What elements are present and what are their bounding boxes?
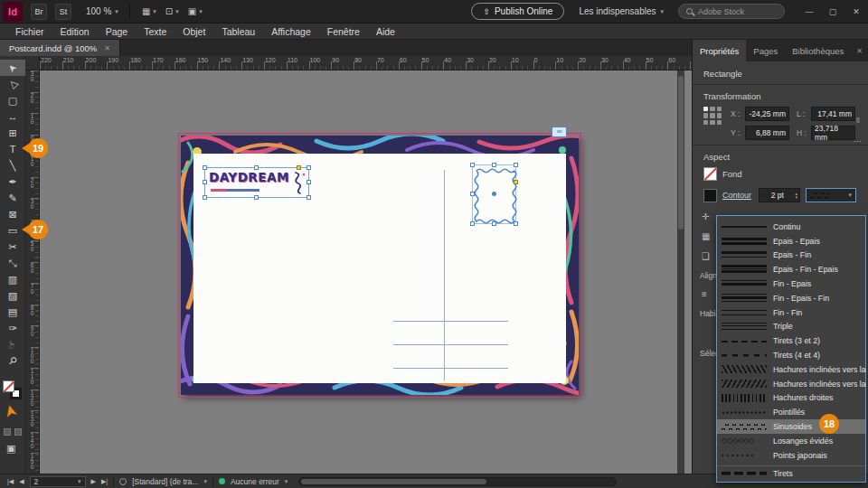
close-tab-icon[interactable]: ✕: [104, 44, 110, 52]
selection-handle[interactable]: [203, 165, 207, 170]
constrain-proportions-icon[interactable]: ∞: [854, 117, 863, 123]
error-status-label[interactable]: Aucune erreur: [231, 477, 279, 486]
address-line[interactable]: [393, 321, 508, 322]
logo-frame-selected[interactable]: DAYDREAM: [204, 167, 309, 198]
gradient-feather-tool[interactable]: ▨: [0, 287, 25, 304]
line-tool[interactable]: ╲: [0, 157, 25, 174]
stroke-style-option[interactable]: Fin - Epais: [717, 277, 865, 291]
content-collector-tool[interactable]: ⊞: [0, 125, 25, 141]
horizontal-scrollbar[interactable]: [298, 477, 617, 486]
stroke-style-option[interactable]: Epais - Fin - Epais: [717, 262, 865, 277]
page-number-select[interactable]: 2 ▾: [30, 476, 86, 487]
indesign-logo[interactable]: Id: [3, 2, 23, 22]
stroke-style-option[interactable]: Triple: [717, 320, 865, 334]
selection-handle[interactable]: [514, 221, 518, 226]
stroke-style-option[interactable]: Tirets: [717, 465, 865, 481]
scrollbar-thumb[interactable]: [678, 76, 684, 230]
stroke-style-option[interactable]: Pointillés: [717, 405, 865, 419]
link-badge-icon[interactable]: ∞: [552, 127, 567, 137]
selection-handle[interactable]: [492, 163, 496, 167]
canvas-pasteboard[interactable]: DAYDREAM: [40, 70, 684, 474]
minimize-button[interactable]: —: [797, 0, 821, 23]
stroke-style-dropdown-button[interactable]: ▾: [806, 188, 856, 202]
postcard-page[interactable]: DAYDREAM: [181, 136, 579, 395]
transform-again-icon[interactable]: ✛: [702, 211, 709, 221]
address-line[interactable]: [393, 368, 508, 369]
preflight-profile[interactable]: [Standard] (de tra...: [132, 477, 198, 486]
stroke-label-link[interactable]: Contour: [722, 191, 751, 200]
menu-page[interactable]: Page: [98, 24, 137, 39]
stepper-arrows[interactable]: ▴▾: [796, 192, 800, 199]
stroke-style-option[interactable]: Epais - Fin: [717, 249, 865, 263]
width-input[interactable]: 17,41 mm: [811, 107, 855, 121]
gradient-swatch-tool[interactable]: ▥: [0, 271, 25, 287]
maximize-button[interactable]: ▢: [821, 0, 844, 23]
fill-stroke-proxy[interactable]: [2, 380, 24, 401]
stroke-weight-stepper[interactable]: 2 pt ▴▾: [759, 188, 800, 202]
more-options-icon[interactable]: …: [854, 134, 863, 144]
publish-online-button[interactable]: ⇧ Publish Online: [471, 3, 564, 20]
selection-handle[interactable]: [307, 195, 311, 200]
adobe-stock-search[interactable]: Adobe Stock: [678, 4, 785, 19]
stroke-style-option[interactable]: Tirets (3 et 2): [717, 333, 865, 348]
stroke-style-option[interactable]: Tirets (4 et 4): [717, 348, 865, 362]
vertical-scrollbar[interactable]: [677, 70, 684, 474]
bridge-button[interactable]: Br: [31, 4, 47, 20]
address-line[interactable]: [393, 344, 508, 345]
screen-mode-button[interactable]: ▣: [6, 443, 15, 455]
live-corner-handle[interactable]: [297, 165, 301, 170]
frame-center-point[interactable]: [492, 192, 496, 196]
stroke-style-option[interactable]: ◇◇◇◇◇◇ Losanges évidés: [717, 434, 865, 448]
document-tab[interactable]: Postcard.indd @ 100% ✕: [0, 40, 120, 56]
horizontal-ruler[interactable]: 2202102001901801701601501401301201101009…: [40, 56, 692, 70]
close-button[interactable]: ✕: [844, 0, 868, 23]
vertical-ruler[interactable]: 3020100102030405060708090100110120130140…: [25, 70, 40, 474]
first-page-button[interactable]: |◀: [7, 478, 14, 485]
height-input[interactable]: 23,718 mm: [811, 126, 855, 140]
selection-handle[interactable]: [470, 192, 475, 196]
stroke-style-option[interactable]: Fin - Fin: [717, 305, 865, 320]
selection-handle[interactable]: [307, 180, 311, 184]
free-transform-tool[interactable]: ⤡: [0, 255, 25, 271]
screen-mode-dropdown[interactable]: ▣ ▾: [184, 5, 207, 18]
stroke-style-option[interactable]: Hachures droites: [717, 391, 865, 406]
menu-texte[interactable]: Texte: [136, 24, 175, 39]
page-tool[interactable]: ▢: [0, 92, 25, 108]
selection-handle[interactable]: [254, 165, 259, 170]
x-input[interactable]: -24,25 mm: [745, 107, 789, 121]
next-page-button[interactable]: ▶: [91, 478, 96, 485]
tab-bibliotheques[interactable]: Bibliothèques: [785, 40, 851, 61]
menu-objet[interactable]: Objet: [175, 24, 213, 39]
menu-fenetre[interactable]: Fenêtre: [319, 24, 368, 39]
ruler-origin-corner[interactable]: [25, 56, 40, 70]
fill-none-swatch[interactable]: [3, 380, 14, 392]
selection-handle[interactable]: [203, 195, 207, 200]
selection-handle[interactable]: [470, 163, 475, 167]
panel-close-icon[interactable]: ✕: [851, 40, 868, 61]
frame-options-icon[interactable]: ❑: [702, 251, 710, 261]
workspace-switcher[interactable]: Les indispensables ▾: [579, 6, 664, 16]
menu-affichage[interactable]: Affichage: [263, 24, 319, 39]
scrollbar-thumb[interactable]: [301, 479, 486, 484]
hand-tool[interactable]: ☞: [0, 336, 25, 352]
stroke-style-option[interactable]: Epais - Epais: [717, 234, 865, 249]
stroke-style-option[interactable]: Sinusoides: [717, 419, 865, 434]
menu-edition[interactable]: Edition: [52, 24, 98, 39]
menu-tableau[interactable]: Tableau: [213, 24, 263, 39]
tab-pages[interactable]: Pages: [746, 40, 785, 61]
stroke-style-option[interactable]: Hachures inclinées vers la droite: [717, 377, 865, 391]
postcard-divider-line[interactable]: [444, 170, 445, 380]
note-tool[interactable]: ▤: [0, 304, 25, 320]
gap-tool[interactable]: ↔: [0, 108, 25, 125]
selection-handle[interactable]: [203, 180, 207, 184]
zoom-level-control[interactable]: 100 % ▾: [82, 4, 122, 19]
selection-handle[interactable]: [307, 165, 311, 170]
preflight-icon[interactable]: [119, 478, 127, 485]
scissors-tool[interactable]: ✂: [0, 239, 25, 255]
frame-edges-dropdown[interactable]: ⊡ ▾: [161, 5, 184, 18]
menu-fichier[interactable]: Fichier: [7, 24, 52, 39]
selection-handle[interactable]: [254, 195, 259, 200]
menu-aide[interactable]: Aide: [368, 24, 403, 39]
stroke-style-option[interactable]: Continu: [717, 220, 865, 234]
align-icon[interactable]: ≡: [702, 289, 707, 299]
